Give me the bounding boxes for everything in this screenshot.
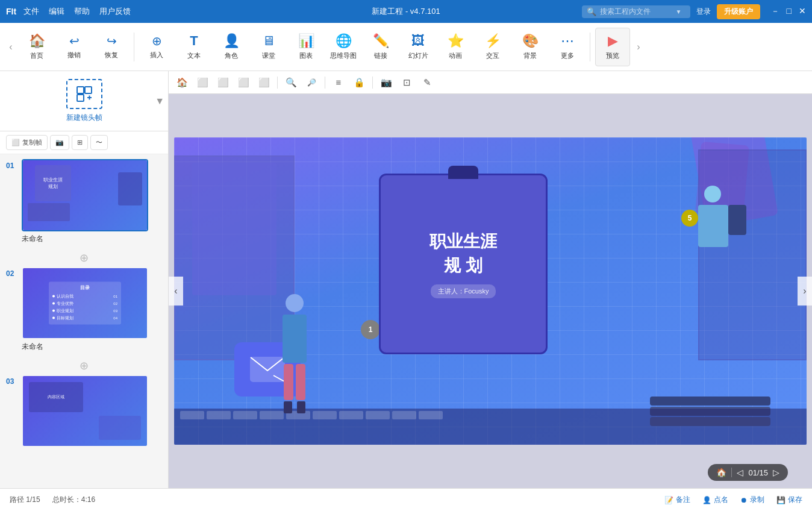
canvas-zoom-out[interactable]: 🔎	[303, 74, 320, 91]
toolbar-undo-label: 撤销	[67, 51, 81, 60]
canvas-copy-tool[interactable]: ⬜	[194, 74, 211, 91]
canvas-paste-tool[interactable]: ⬜	[214, 74, 231, 91]
clipboard-card: 职业生涯 规 划 主讲人：Focusky	[379, 174, 548, 354]
toolbar-home[interactable]: 🏠 首页	[19, 28, 54, 66]
badge-1: 1	[361, 320, 380, 339]
toolbar-background-label: 背景	[523, 51, 537, 60]
menu-file[interactable]: 文件	[23, 6, 39, 17]
main-toolbar: ‹ 🏠 首页 ↩ 撤销 ↪ 恢复 ⊕ 插入 T 文本 👤 角色 🖥 课堂 📊 图…	[0, 23, 812, 71]
upgrade-button[interactable]: 升级账户	[717, 4, 760, 19]
slide-thumb-01[interactable]: 职业生涯规划	[22, 159, 148, 231]
toolbar-insert[interactable]: ⊕ 插入	[139, 28, 174, 66]
path-icon: 〜	[96, 138, 102, 147]
toolbar-chart[interactable]: 📊 图表	[289, 28, 323, 66]
slide-number-02: 02	[6, 267, 17, 278]
toolbar-more[interactable]: ⋯ 更多	[550, 28, 585, 66]
search-dropdown-icon[interactable]: ▼	[676, 8, 682, 15]
fit-button[interactable]: ⊞	[72, 135, 88, 150]
canvas-lock-tool[interactable]: 🔒	[351, 74, 367, 91]
canvas-frame-tool[interactable]: ⊡	[398, 74, 415, 91]
counter-home-btn[interactable]: 🏠	[716, 468, 726, 477]
slide-list: 01 职业生涯规划 未命名 ⊕	[0, 154, 168, 488]
toolbar-text[interactable]: T 文本	[176, 28, 211, 66]
toolbar-link[interactable]: ✏️ 链接	[363, 28, 398, 66]
toolbar-back[interactable]: ‹	[5, 28, 17, 66]
path-button[interactable]: 〜	[90, 135, 108, 150]
slide-thumb-03[interactable]: 内容区域	[22, 375, 148, 447]
copy-frame-button[interactable]: ⬜ 复制帧	[6, 135, 48, 150]
toolbar-classroom[interactable]: 🖥 课堂	[251, 28, 286, 66]
toolbar-undo[interactable]: ↩ 撤销	[57, 28, 92, 66]
toolbar-preview-label: 预览	[606, 51, 619, 60]
canvas-multi-tool[interactable]: ⬜	[235, 74, 252, 91]
slide-counter: 🏠 ◁ 01/15 ▷	[708, 464, 788, 481]
menu-edit[interactable]: 编辑	[49, 6, 64, 17]
toolbar-preview[interactable]: ▶ 预览	[595, 28, 630, 66]
slide-thumb-wrap-02[interactable]: 目录 认识自我01 专业优势02 职业规划03 目标规划04 未命名	[22, 267, 162, 352]
toolbar-redo[interactable]: ↪ 恢复	[94, 28, 129, 66]
slide-thumb-content-02: 目录 认识自我01 专业优势02 职业规划03 目标规划04	[23, 268, 147, 338]
slide-subtitle: 主讲人：Focusky	[431, 284, 496, 298]
search-input[interactable]	[600, 7, 672, 16]
canvas-nav-left[interactable]: ‹	[169, 277, 183, 306]
toolbar-animation[interactable]: ⭐ 动画	[438, 28, 473, 66]
new-frame-area[interactable]: 新建镜头帧 ▼	[0, 71, 168, 131]
canvas-nav-right[interactable]: ›	[798, 277, 812, 306]
canvas-view[interactable]: ‹ 职业生涯 规 划 主讲人：Focusky	[169, 94, 812, 488]
statusbar-notes-label: 备注	[676, 495, 690, 505]
slide-thumb-wrap-01[interactable]: 职业生涯规划 未命名	[22, 159, 162, 244]
text-icon: T	[190, 33, 198, 49]
toolbar-fwd[interactable]: ›	[632, 28, 645, 66]
copy-frame-icon: ⬜	[11, 139, 20, 146]
redo-icon: ↪	[107, 34, 117, 48]
statusbar-rollcall-label: 点名	[714, 495, 728, 505]
toolbar-background[interactable]: 🎨 背景	[513, 28, 548, 66]
statusbar-save-btn[interactable]: 💾 保存	[776, 495, 802, 505]
slide-item-03: 03 内容区域	[6, 375, 162, 450]
minimize-button[interactable]: －	[771, 6, 779, 17]
statusbar-roll-call-btn[interactable]: 👤 点名	[702, 495, 728, 505]
toolbar-mindmap[interactable]: 🌐 思维导图	[326, 28, 361, 66]
canvas-stack-tool[interactable]: ⬜	[255, 74, 272, 91]
rollcall-icon: 👤	[702, 496, 711, 504]
slide-add-02[interactable]: ⊕	[6, 357, 162, 375]
interaction-icon: ⚡	[485, 33, 501, 49]
statusbar-record-btn[interactable]: ⏺ 录制	[740, 495, 764, 505]
counter-next-btn[interactable]: ▷	[773, 468, 779, 477]
toolbar-interaction[interactable]: ⚡ 交互	[475, 28, 510, 66]
toolbar-role[interactable]: 👤 角色	[214, 28, 249, 66]
statusbar-notes-btn[interactable]: 📝 备注	[664, 495, 690, 505]
slide-thumb-wrap-03[interactable]: 内容区域	[22, 375, 162, 450]
canvas-tool-sep-2	[325, 77, 325, 89]
slide-add-01[interactable]: ⊕	[6, 249, 162, 267]
titlebar: FIt 文件 编辑 帮助 用户反馈 新建工程 - v4.7.101 🔍 ▼ 登录…	[0, 0, 812, 23]
slideshow-icon: 🖼	[411, 33, 425, 49]
toolbar-insert-label: 插入	[150, 51, 163, 60]
canvas-camera-tool[interactable]: 📷	[378, 74, 395, 91]
screenshot-button[interactable]: 📷	[50, 135, 69, 150]
sidebar-scroll-down[interactable]: ▼	[155, 96, 164, 107]
save-icon: 💾	[776, 496, 785, 504]
svg-rect-1	[85, 87, 92, 93]
menu-feedback[interactable]: 用户反馈	[99, 6, 131, 17]
close-button[interactable]: ✕	[799, 6, 806, 17]
toolbar-slideshow[interactable]: 🖼 幻灯片	[401, 28, 436, 66]
slide-name-01: 未命名	[22, 234, 162, 244]
toolbar-classroom-label: 课堂	[262, 51, 275, 60]
canvas-edit-tool[interactable]: ✎	[419, 74, 436, 91]
slide-item: 01 职业生涯规划 未命名	[6, 159, 162, 244]
search-box[interactable]: 🔍 ▼	[582, 5, 690, 18]
classroom-icon: 🖥	[262, 33, 275, 49]
canvas-home-tool[interactable]: 🏠	[173, 74, 190, 91]
menu-help[interactable]: 帮助	[74, 6, 90, 17]
canvas-grid-tool[interactable]: ≡	[330, 74, 347, 91]
canvas-tool-sep-3	[372, 77, 373, 89]
login-button[interactable]: 登录	[696, 7, 711, 17]
slide-item-02: 02 目录 认识自我01 专业优势02 职业规划03 目标规划04	[6, 267, 162, 352]
counter-prev-btn[interactable]: ◁	[737, 468, 743, 477]
titlebar-menu: 文件 编辑 帮助 用户反馈	[23, 6, 131, 17]
new-frame-label: 新建镜头帧	[66, 113, 102, 123]
slide-thumb-02[interactable]: 目录 认识自我01 专业优势02 职业规划03 目标规划04	[22, 267, 148, 339]
canvas-zoom-in[interactable]: 🔍	[283, 74, 299, 91]
maximize-button[interactable]: □	[787, 6, 792, 17]
